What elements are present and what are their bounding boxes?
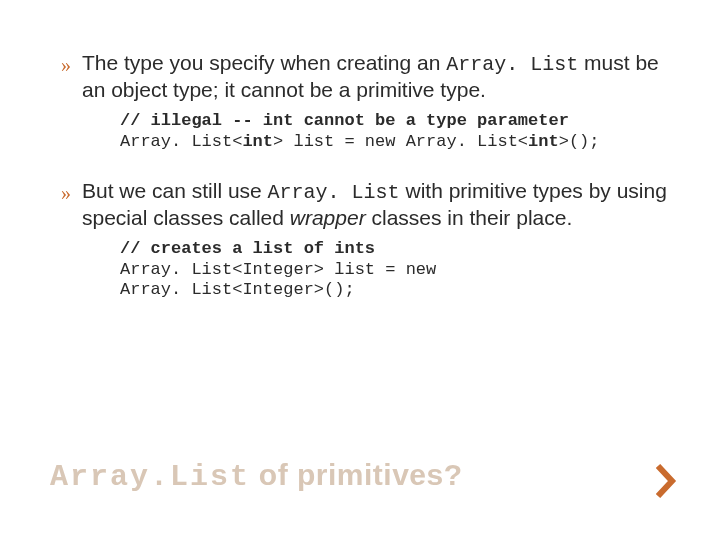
code-comment: // creates a list of ints — [120, 239, 375, 258]
bullet-item: » But we can still use Array. List with … — [50, 178, 670, 231]
code-text: Array. List< — [120, 132, 242, 151]
bullet-pre: The type you specify when creating an — [82, 51, 446, 74]
bullet-marker: » — [50, 178, 82, 206]
title-rest: of primitives? — [250, 458, 463, 491]
code-text: Array. List<Integer> list = new — [120, 260, 436, 279]
code-comment: // illegal -- int cannot be a type param… — [120, 111, 569, 130]
code-bold: int — [528, 132, 559, 151]
italic-word: wrapper — [290, 206, 366, 229]
bullet-item: » The type you specify when creating an … — [50, 50, 670, 103]
slide: » The type you specify when creating an … — [0, 0, 720, 540]
code-block-illegal: // illegal -- int cannot be a type param… — [120, 111, 670, 152]
bullet-text: But we can still use Array. List with pr… — [82, 178, 670, 231]
code-text: >(); — [559, 132, 600, 151]
code-block-wrapper: // creates a list of ints Array. List<In… — [120, 239, 670, 300]
bullet-tail: classes in their place. — [366, 206, 573, 229]
chevron-right-icon — [656, 464, 678, 498]
code-text: Array. List<Integer>(); — [120, 280, 355, 299]
code-bold: int — [242, 132, 273, 151]
inline-code: Array. List — [268, 181, 400, 204]
inline-code: Array. List — [446, 53, 578, 76]
code-text: > list = new Array. List< — [273, 132, 528, 151]
bullet-text: The type you specify when creating an Ar… — [82, 50, 670, 103]
bullet-marker: » — [50, 50, 82, 78]
title-code: Array.List — [50, 460, 250, 494]
bullet-pre: But we can still use — [82, 179, 268, 202]
slide-title: Array.List of primitives? — [50, 458, 463, 494]
